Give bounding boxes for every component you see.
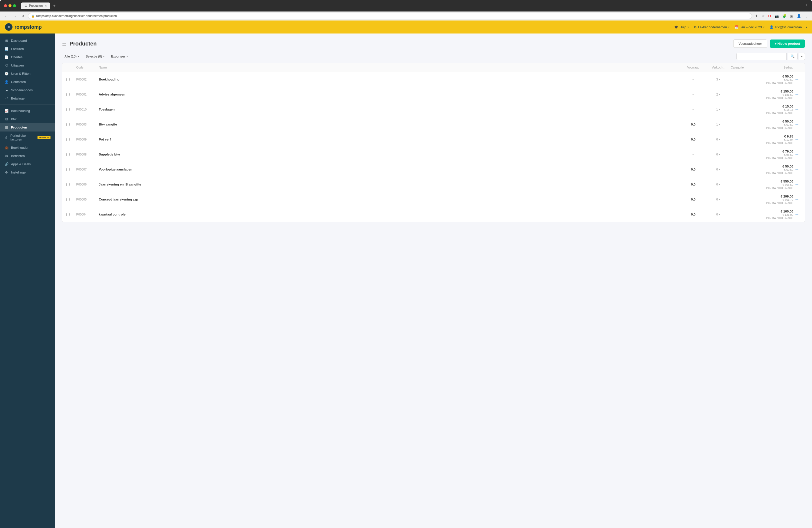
row-5-bedrag: € 79,00 € 95,59 incl. btw hoog (21.0%) bbox=[761, 149, 793, 159]
sidebar-label-dashboard: Dashboard bbox=[11, 39, 27, 43]
row-6-edit-button[interactable]: ✏ bbox=[795, 167, 799, 172]
row-5-edit-button[interactable]: ✏ bbox=[795, 152, 799, 157]
maximize-dot[interactable] bbox=[13, 4, 16, 7]
lock-icon: 🔒 bbox=[31, 15, 35, 18]
row-2-verkocht: 1 x bbox=[706, 108, 731, 111]
sidebar-item-periodieke-facturen[interactable]: ↺ Periodieke facturen PREMIUM bbox=[0, 132, 55, 144]
opera-button[interactable]: O bbox=[767, 13, 772, 19]
sidebar-item-btw[interactable]: ⊟ Btw bbox=[0, 115, 55, 123]
col-bedrag-header: Bedrag bbox=[761, 66, 793, 69]
extensions-button[interactable]: 🧩 bbox=[781, 13, 787, 19]
row-9-code: P00004 bbox=[76, 213, 99, 216]
advanced-filter-button[interactable]: ▾ bbox=[799, 53, 805, 60]
sidebar: ⊞ Dashboard 🧾 Facturen 📄 Offertes ⬡ Uitg… bbox=[0, 33, 55, 528]
nav-period[interactable]: 📅 Jan – dec 2023 ▾ bbox=[735, 25, 765, 29]
row-7-verkocht: 0 x bbox=[706, 183, 731, 186]
voorraad-button[interactable]: Voorraadbeheer bbox=[733, 40, 767, 48]
row-9-check[interactable] bbox=[66, 213, 76, 216]
close-dot[interactable] bbox=[4, 4, 7, 7]
logo[interactable]: ≡ rompslomp bbox=[5, 23, 42, 31]
alle-filter-button[interactable]: Alle (10) ▾ bbox=[62, 53, 82, 59]
row-4-verkocht: 0 x bbox=[706, 138, 731, 141]
profile-button[interactable]: 👤 bbox=[796, 13, 802, 19]
search-input[interactable] bbox=[737, 53, 786, 60]
row-5-check[interactable] bbox=[66, 153, 76, 156]
row-8-check[interactable] bbox=[66, 198, 76, 201]
exporteer-button[interactable]: Exporteer ▾ bbox=[108, 53, 130, 59]
sidebar-item-contacten[interactable]: 👤 Contacten bbox=[0, 78, 55, 86]
sidebar-item-betalingen[interactable]: ⇄ Betalingen bbox=[0, 94, 55, 103]
browser-window: ☰ Producten ✕ + ⋮ ← → ↺ 🔒 rompslomp.nl/o… bbox=[0, 0, 812, 528]
row-0-check[interactable] bbox=[66, 78, 76, 81]
sidebar-item-boekhouding[interactable]: 📈 Boekhouding bbox=[0, 107, 55, 115]
sidebar-item-offertes[interactable]: 📄 Offertes bbox=[0, 53, 55, 61]
row-6-price-excl: € 50,00 bbox=[761, 164, 793, 168]
col-voorraad-header: Voorraad bbox=[681, 66, 706, 69]
sidebar-item-berichten[interactable]: ✉ Berichten bbox=[0, 152, 55, 160]
uren-icon: 🕐 bbox=[4, 72, 9, 75]
row-1-check[interactable] bbox=[66, 93, 76, 96]
row-1-edit-button[interactable]: ✏ bbox=[795, 92, 799, 97]
row-9-price-incl: € 121,00 bbox=[761, 213, 793, 216]
row-3-bedrag: € 50,00 € 60,50 incl. btw hoog (21.0%) bbox=[761, 119, 793, 129]
col-categorie-header: Categorie bbox=[731, 66, 761, 69]
sidebar-item-apps-deals[interactable]: 🔗 Apps & Deals bbox=[0, 160, 55, 168]
active-tab[interactable]: ☰ Producten ✕ bbox=[21, 2, 50, 9]
row-1-voorraad: – bbox=[681, 92, 706, 96]
row-8-price-incl: € 361,79 bbox=[761, 198, 793, 201]
sidebar-toggle[interactable]: ▣ bbox=[789, 13, 794, 19]
minimize-dot[interactable] bbox=[9, 4, 12, 7]
sidebar-item-schoenendoos[interactable]: ☁ Schoenendoos bbox=[0, 86, 55, 94]
row-2-check[interactable] bbox=[66, 108, 76, 111]
row-6-check[interactable] bbox=[66, 168, 76, 171]
nav-onderneming[interactable]: ⚙ Lekker ondernemen ▾ bbox=[694, 25, 729, 29]
browser-menu-button[interactable]: ⋮ bbox=[805, 4, 808, 8]
forward-button[interactable]: → bbox=[12, 13, 18, 19]
row-6-price-incl: € 60,50 bbox=[761, 168, 793, 171]
sidebar-item-dashboard[interactable]: ⊞ Dashboard bbox=[0, 36, 55, 45]
row-2-edit-button[interactable]: ✏ bbox=[795, 107, 799, 112]
sidebar-item-uren-ritten[interactable]: 🕐 Uren & Ritten bbox=[0, 70, 55, 78]
address-bar[interactable]: 🔒 rompslomp.nl/ondernemingen/lekker-onde… bbox=[28, 13, 752, 19]
row-7-name: Jaarrekening en IB aangifte bbox=[99, 182, 681, 186]
more-button[interactable]: ⋮ bbox=[803, 13, 809, 19]
table-row: P00001 Advies algemeen – 2 x € 150,00 € … bbox=[62, 87, 805, 102]
row-3-check[interactable] bbox=[66, 123, 76, 126]
new-tab-button[interactable]: + bbox=[51, 2, 58, 9]
row-9-edit-button[interactable]: ✏ bbox=[795, 212, 799, 217]
selectie-filter-button[interactable]: Selectie (0) ▾ bbox=[83, 53, 107, 59]
refresh-button[interactable]: ↺ bbox=[20, 13, 26, 19]
row-7-price-btw: incl. btw hoog (21.0%) bbox=[761, 186, 793, 189]
nav-hulp[interactable]: 🎓 Hulp ▾ bbox=[674, 25, 689, 29]
sidebar-label-berichten: Berichten bbox=[11, 154, 25, 158]
row-7-edit-button[interactable]: ✏ bbox=[795, 182, 799, 187]
tab-close-button[interactable]: ✕ bbox=[45, 4, 47, 7]
sidebar-item-producten[interactable]: ☰ Producten bbox=[0, 123, 55, 132]
screenshot-button[interactable]: 📷 bbox=[773, 13, 780, 19]
sidebar-item-uitgaven[interactable]: ⬡ Uitgaven bbox=[0, 61, 55, 70]
row-5-verkocht: 0 x bbox=[706, 153, 731, 156]
col-verkocht-header[interactable]: Verkocht↓ bbox=[706, 66, 731, 69]
search-button[interactable]: 🔍 bbox=[788, 53, 798, 60]
exporteer-caret: ▾ bbox=[127, 55, 128, 58]
row-6-code: P00007 bbox=[76, 168, 99, 171]
row-3-verkocht: 1 x bbox=[706, 123, 731, 126]
share-button[interactable]: ⬆ bbox=[754, 13, 759, 19]
main-layout: ⊞ Dashboard 🧾 Facturen 📄 Offertes ⬡ Uitg… bbox=[0, 33, 812, 528]
sidebar-item-facturen[interactable]: 🧾 Facturen bbox=[0, 45, 55, 53]
facturen-icon: 🧾 bbox=[4, 47, 9, 51]
back-button[interactable]: ← bbox=[3, 13, 10, 19]
row-4-check[interactable] bbox=[66, 138, 76, 141]
sidebar-label-btw: Btw bbox=[11, 117, 16, 121]
row-4-edit-button[interactable]: ✏ bbox=[795, 137, 799, 142]
row-1-name: Advies algemeen bbox=[99, 92, 681, 96]
row-0-edit-button[interactable]: ✏ bbox=[795, 77, 799, 82]
nieuw-product-button[interactable]: + Nieuw product bbox=[770, 40, 805, 48]
nav-user[interactable]: 👤 eric@studiokordaa... ▾ bbox=[769, 25, 807, 29]
row-3-edit-button[interactable]: ✏ bbox=[795, 122, 799, 127]
bookmark-button[interactable]: ☆ bbox=[760, 13, 766, 19]
row-8-edit-button[interactable]: ✏ bbox=[795, 197, 799, 202]
sidebar-item-boekhouder[interactable]: 💼 Boekhouder bbox=[0, 144, 55, 152]
sidebar-item-instellingen[interactable]: ⚙ Instellingen bbox=[0, 168, 55, 176]
row-7-check[interactable] bbox=[66, 183, 76, 186]
